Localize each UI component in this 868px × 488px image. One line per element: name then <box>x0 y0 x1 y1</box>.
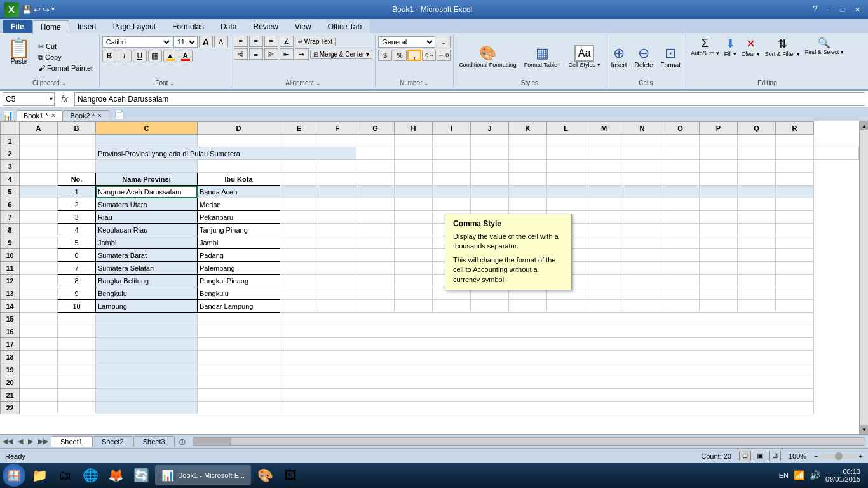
cell-A5[interactable] <box>20 186 58 198</box>
cell-N14[interactable] <box>623 300 661 313</box>
cells-E-R-16[interactable] <box>280 325 814 338</box>
cell-O3[interactable] <box>661 160 700 173</box>
cut-button[interactable]: ✂ Cut <box>36 42 95 51</box>
cell-D3[interactable] <box>198 160 280 173</box>
cell-J14[interactable] <box>471 300 509 313</box>
underline-button[interactable]: U <box>133 50 147 62</box>
cell-K5[interactable] <box>509 186 547 198</box>
cell-Q5[interactable] <box>738 186 776 198</box>
cell-C14[interactable]: Lampung <box>96 300 198 313</box>
cell-N10[interactable] <box>623 249 661 262</box>
cell-M4[interactable] <box>585 173 623 186</box>
cell-I14[interactable] <box>433 300 471 313</box>
cell-B7[interactable]: 3 <box>58 211 96 224</box>
row-header-12[interactable]: 12 <box>1 274 20 287</box>
cell-C11[interactable]: Sumatera Selatan <box>96 262 198 274</box>
sheet-tab-sheet1[interactable]: Sheet1 <box>51 436 92 447</box>
cell-B9[interactable]: 5 <box>58 236 96 249</box>
cell-P3[interactable] <box>700 160 738 173</box>
cell-R5[interactable] <box>776 186 814 198</box>
tab-page-layout[interactable]: Page Layout <box>105 20 164 33</box>
cell-Q7[interactable] <box>738 211 776 224</box>
cell-N12[interactable] <box>623 274 661 287</box>
fill-color-button[interactable]: ▲ <box>163 50 177 62</box>
cell-R10[interactable] <box>776 249 814 262</box>
cell-P7[interactable] <box>700 211 738 224</box>
cell-O13[interactable] <box>661 287 700 300</box>
save-qa-btn[interactable]: 💾 <box>22 5 32 15</box>
workbook-tab-book1-close[interactable]: ✕ <box>51 112 56 119</box>
col-header-R[interactable]: R <box>776 122 814 135</box>
cell-H1[interactable] <box>395 135 433 147</box>
delete-cells-btn[interactable]: ⊖ Delete <box>632 44 656 70</box>
cell-A13[interactable] <box>20 287 58 300</box>
cell-K4[interactable] <box>509 173 547 186</box>
cell-A14[interactable] <box>20 300 58 313</box>
align-top-center-btn[interactable]: ≡ <box>249 36 263 47</box>
cell-B11[interactable]: 7 <box>58 262 96 274</box>
cell-G2[interactable] <box>395 147 433 160</box>
cells-E-R-20[interactable] <box>280 376 814 389</box>
cell-G4[interactable] <box>356 173 395 186</box>
wrap-text-btn[interactable]: ↵ Wrap Text <box>295 37 336 46</box>
cell-O7[interactable] <box>661 211 700 224</box>
cell-R3[interactable] <box>776 160 814 173</box>
cell-D12[interactable]: Pangkal Pinang <box>198 274 280 287</box>
cells-E-R-21[interactable] <box>280 389 814 402</box>
cell-G14[interactable] <box>356 300 395 313</box>
cell-K1[interactable] <box>509 135 547 147</box>
cell-Q14[interactable] <box>738 300 776 313</box>
autosum-btn[interactable]: Σ AutoSum ▾ <box>689 36 721 58</box>
cell-C12[interactable]: Bangka Belitung <box>96 274 198 287</box>
cell-A12[interactable] <box>20 274 58 287</box>
cell-J1[interactable] <box>471 135 509 147</box>
cell-E13[interactable] <box>280 287 318 300</box>
format-table-btn[interactable]: ▦ Format Table - <box>522 44 564 70</box>
close-btn[interactable]: ✕ <box>850 3 864 16</box>
cell-M6[interactable] <box>585 198 623 211</box>
restore-btn[interactable]: □ <box>836 3 850 16</box>
cell-D5[interactable]: Banda Aceh <box>198 186 280 198</box>
angle-text-btn[interactable]: ∡ <box>280 36 294 47</box>
cell-A10[interactable] <box>20 249 58 262</box>
col-header-N[interactable]: N <box>623 122 661 135</box>
cell-I1[interactable] <box>433 135 471 147</box>
row-header-10[interactable]: 10 <box>1 249 20 262</box>
cell-B17[interactable] <box>58 338 96 351</box>
col-header-B[interactable]: B <box>58 122 96 135</box>
cell-N6[interactable] <box>623 198 661 211</box>
cell-G10[interactable] <box>356 249 395 262</box>
taskbar-excel-app[interactable]: 📊 Book1 - Microsoft E... <box>155 465 251 485</box>
cell-F3[interactable] <box>318 160 356 173</box>
comma-style-btn[interactable]: , <box>407 50 421 61</box>
cell-E11[interactable] <box>280 262 318 274</box>
cell-C21[interactable] <box>96 389 198 402</box>
cell-O10[interactable] <box>661 249 700 262</box>
decrease-indent-btn[interactable]: ⇤ <box>280 48 294 60</box>
col-header-F[interactable]: F <box>318 122 356 135</box>
cell-R9[interactable] <box>776 236 814 249</box>
col-header-O[interactable]: O <box>661 122 700 135</box>
taskbar-app-ie[interactable]: 🌐 <box>79 464 102 487</box>
sheet-tab-sheet2[interactable]: Sheet2 <box>92 436 133 447</box>
cell-M3[interactable] <box>585 160 623 173</box>
cell-name-box[interactable] <box>3 93 48 105</box>
cell-A6[interactable] <box>20 198 58 211</box>
horizontal-scrollbar[interactable] <box>193 437 865 446</box>
taskbar-paint-app[interactable]: 🎨 <box>254 464 276 487</box>
cell-M2[interactable] <box>623 147 661 160</box>
cell-H10[interactable] <box>395 249 433 262</box>
cell-C2[interactable]: Provinsi-Provinsi yang ada di Pulau Sume… <box>96 147 356 160</box>
cell-C15[interactable] <box>96 313 198 325</box>
cell-R11[interactable] <box>776 262 814 274</box>
font-color-button[interactable]: A <box>179 50 193 62</box>
align-top-left-btn[interactable]: ≡ <box>234 36 248 47</box>
taskbar-app-files[interactable]: 🗂 <box>53 464 76 487</box>
col-header-I[interactable]: I <box>433 122 471 135</box>
cell-A3[interactable] <box>20 160 58 173</box>
cell-D19[interactable] <box>198 363 280 376</box>
cell-Q6[interactable] <box>738 198 776 211</box>
cell-H9[interactable] <box>395 236 433 249</box>
cells-E-R-17[interactable] <box>280 338 814 351</box>
zoom-track[interactable] <box>820 454 858 459</box>
